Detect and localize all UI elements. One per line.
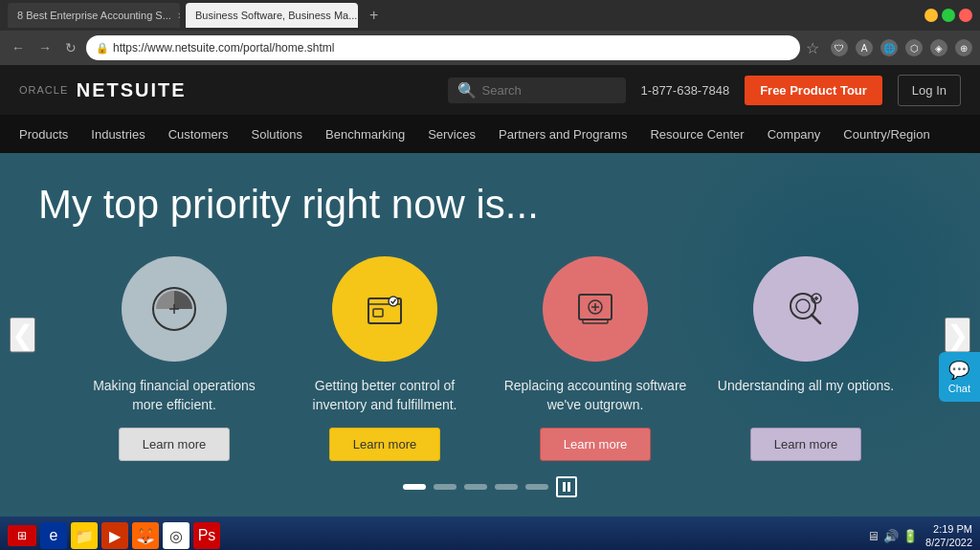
tab-1[interactable]: 8 Best Enterprise Accounting S... ✕ <box>8 3 180 28</box>
taskbar-firefox[interactable]: 🦊 <box>132 522 159 549</box>
svg-point-12 <box>796 299 810 313</box>
ext-icon-1: 🌐 <box>880 39 898 56</box>
nav-services[interactable]: Services <box>428 127 476 142</box>
hero-section: ❮ ❯ My top priority right now is... <box>0 153 980 517</box>
pause-icon <box>563 482 570 492</box>
chat-label: Chat <box>948 383 970 394</box>
cards-row: Making financial operations more efficie… <box>38 256 942 461</box>
login-button[interactable]: Log In <box>898 75 961 106</box>
taskbar-file[interactable]: 📁 <box>71 522 98 549</box>
title-bar: 8 Best Enterprise Accounting S... ✕ Busi… <box>0 0 980 31</box>
card-financial-icon <box>122 256 227 362</box>
dot-3[interactable] <box>464 484 487 490</box>
carousel-dots <box>38 476 942 497</box>
card-financial-text: Making financial operations more efficie… <box>78 377 270 414</box>
card-accounting-icon <box>543 256 648 362</box>
speaker-icon: 🔊 <box>883 529 899 543</box>
ext-icon-4: ⊕ <box>955 39 972 56</box>
card-accounting-text: Replacing accounting software we've outg… <box>500 377 691 414</box>
window-controls <box>924 9 972 22</box>
card-accounting: Replacing accounting software we've outg… <box>500 256 691 461</box>
nav-country[interactable]: Country/Region <box>843 127 929 142</box>
address-bar[interactable]: 🔒 https://www.netsuite.com/portal/home.s… <box>86 35 800 60</box>
chat-widget[interactable]: 💬 Chat <box>939 352 980 402</box>
phone-number: 1-877-638-7848 <box>641 83 730 98</box>
card-inventory: Getting better control of inventory and … <box>289 256 480 461</box>
sys-icons: 🖥 🔊 🔋 <box>867 529 918 543</box>
ext-icon-2: ⬡ <box>905 39 923 56</box>
profile-icon: A <box>856 39 873 56</box>
card-accounting-btn[interactable]: Learn more <box>540 428 651 461</box>
forward-button[interactable]: → <box>34 38 56 57</box>
search-box[interactable]: 🔍 <box>448 77 626 103</box>
clock: 2:19 PM 8/27/2022 <box>925 522 972 550</box>
close-button[interactable] <box>959 9 972 22</box>
shield-icon: 🛡 <box>831 39 848 56</box>
nav-products[interactable]: Products <box>19 127 68 142</box>
carousel-next-button[interactable]: ❯ <box>945 318 970 353</box>
bookmark-icon[interactable]: ☆ <box>806 39 819 57</box>
card-inventory-btn[interactable]: Learn more <box>329 428 440 461</box>
lock-icon: 🔒 <box>96 42 109 55</box>
card-inventory-icon <box>332 256 437 362</box>
back-button[interactable]: ← <box>8 38 29 57</box>
svg-rect-5 <box>373 309 383 317</box>
hero-title: My top priority right now is... <box>38 182 942 228</box>
nav-company[interactable]: Company <box>768 127 821 142</box>
logo-oracle: ORACLE <box>19 84 68 96</box>
taskbar-media[interactable]: ▶ <box>101 522 128 549</box>
taskbar-right: 🖥 🔊 🔋 2:19 PM 8/27/2022 <box>867 522 972 550</box>
site: ORACLE NETSUITE 🔍 1-877-638-7848 Free Pr… <box>0 65 980 517</box>
logo-netsuite: NETSUITE <box>77 79 187 101</box>
nav-customers[interactable]: Customers <box>168 127 229 142</box>
card-options-text: Understanding all my options. <box>718 377 894 414</box>
network-icon: 🖥 <box>867 529 880 543</box>
svg-rect-10 <box>583 319 608 323</box>
secondary-nav: Products Industries Customers Solutions … <box>0 115 980 153</box>
search-input[interactable] <box>482 83 616 98</box>
taskbar-ie[interactable]: e <box>40 522 67 549</box>
dot-2[interactable] <box>434 484 457 490</box>
nav-industries[interactable]: Industries <box>91 127 145 142</box>
search-icon: 🔍 <box>457 81 477 99</box>
battery-icon: 🔋 <box>902 529 918 543</box>
logo: ORACLE NETSUITE <box>19 79 187 101</box>
nav-partners[interactable]: Partners and Programs <box>499 127 627 142</box>
dot-4[interactable] <box>495 484 518 490</box>
address-text: https://www.netsuite.com/portal/home.sht… <box>113 41 334 55</box>
tab-1-close[interactable]: ✕ <box>177 11 180 21</box>
clock-date: 8/27/2022 <box>925 536 972 549</box>
nav-solutions[interactable]: Solutions <box>252 127 302 142</box>
browser-icons: 🛡 A 🌐 ⬡ ◈ ⊕ <box>831 39 972 56</box>
card-inventory-text: Getting better control of inventory and … <box>289 377 480 414</box>
maximize-button[interactable] <box>942 9 955 22</box>
clock-time: 2:19 PM <box>925 522 972 536</box>
svg-line-13 <box>812 315 820 323</box>
taskbar: ⊞ e 📁 ▶ 🦊 ◎ Ps 🖥 🔊 🔋 2:19 PM 8/27/2022 <box>0 517 980 550</box>
taskbar-chrome[interactable]: ◎ <box>163 522 189 549</box>
pause-button[interactable] <box>556 476 577 497</box>
carousel-prev-button[interactable]: ❮ <box>10 318 35 353</box>
nav-resource[interactable]: Resource Center <box>650 127 744 142</box>
tab-1-label: 8 Best Enterprise Accounting S... <box>17 10 171 21</box>
card-options-btn[interactable]: Learn more <box>750 428 861 461</box>
free-tour-button[interactable]: Free Product Tour <box>745 76 882 105</box>
card-options: Understanding all my options. Learn more <box>710 256 902 461</box>
svg-point-4 <box>389 297 398 306</box>
card-options-icon <box>753 256 858 362</box>
address-bar-row: ← → ↻ 🔒 https://www.netsuite.com/portal/… <box>0 31 980 65</box>
start-button[interactable]: ⊞ <box>8 525 36 546</box>
nav-benchmarking[interactable]: Benchmarking <box>325 127 405 142</box>
hero-wrapper: ❮ ❯ My top priority right now is... <box>0 153 980 517</box>
dot-1[interactable] <box>403 484 426 490</box>
new-tab-button[interactable]: + <box>364 7 384 24</box>
chat-icon: 💬 <box>948 360 969 381</box>
tab-2-label: Business Software, Business Ma... <box>195 10 357 21</box>
tab-2[interactable]: Business Software, Business Ma... ✕ <box>186 3 358 28</box>
taskbar-adobe[interactable]: Ps <box>193 522 220 549</box>
refresh-button[interactable]: ↻ <box>61 38 80 57</box>
minimize-button[interactable] <box>924 9 938 22</box>
card-financial-btn[interactable]: Learn more <box>119 428 230 461</box>
card-financial: Making financial operations more efficie… <box>78 256 270 461</box>
dot-5[interactable] <box>525 484 548 490</box>
